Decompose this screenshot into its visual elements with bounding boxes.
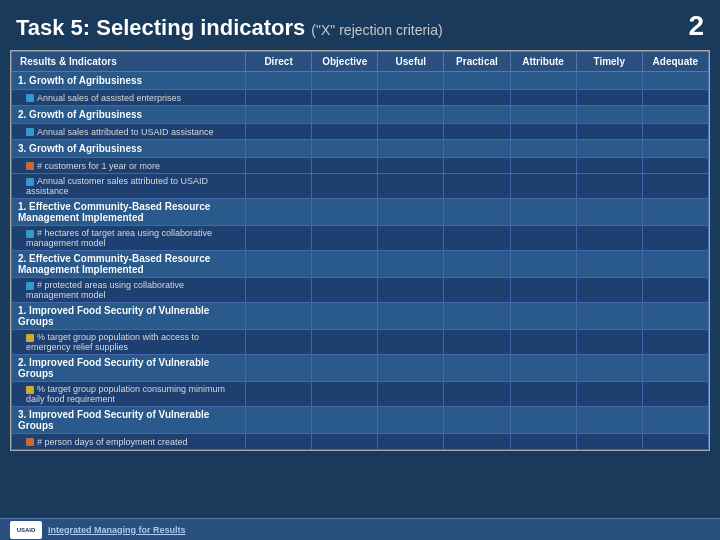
check-cell [576,90,642,106]
check-cell [510,382,576,407]
check-cell [378,330,444,355]
check-cell [378,199,444,226]
check-cell [312,251,378,278]
page-container: Task 5: Selecting indicators ("X" reject… [0,0,720,540]
check-cell [312,72,378,90]
table-row: 1. Improved Food Security of Vulnerable … [12,303,709,330]
check-cell [444,303,510,330]
table-row: # hectares of target area using collabor… [12,226,709,251]
check-cell [312,226,378,251]
check-cell [378,158,444,174]
check-cell [312,434,378,450]
table-row: # customers for 1 year or more [12,158,709,174]
check-cell [444,330,510,355]
check-cell [576,303,642,330]
adequate-cell [642,124,708,140]
check-cell [576,355,642,382]
table-row: Annual sales attributed to USAID assista… [12,124,709,140]
adequate-cell [642,382,708,407]
check-cell [510,251,576,278]
table-row: 1. Growth of Agribusiness [12,72,709,90]
adequate-cell [642,226,708,251]
check-cell [576,226,642,251]
col-header-practical: Practical [444,52,510,72]
check-cell [312,124,378,140]
header: Task 5: Selecting indicators ("X" reject… [0,0,720,46]
check-cell [312,106,378,124]
check-cell [444,124,510,140]
adequate-cell [642,72,708,90]
adequate-cell [642,355,708,382]
table-row: 1. Effective Community-Based Resource Ma… [12,199,709,226]
check-cell [576,278,642,303]
check-cell [312,330,378,355]
check-cell [576,174,642,199]
check-cell [312,355,378,382]
check-cell [576,199,642,226]
col-header-results: Results & Indicators [12,52,246,72]
check-cell [246,90,312,106]
table-row: Annual customer sales attributed to USAI… [12,174,709,199]
check-cell [510,106,576,124]
check-cell [246,226,312,251]
check-cell [576,158,642,174]
check-cell [246,140,312,158]
check-cell [510,303,576,330]
check-cell [312,90,378,106]
check-cell [510,434,576,450]
check-cell [378,278,444,303]
check-cell [312,407,378,434]
check-cell [312,199,378,226]
check-cell [444,278,510,303]
footer-link[interactable]: Integrated Managing for Results [48,525,186,535]
check-cell [378,434,444,450]
usaid-logo: USAID [10,521,42,539]
check-cell [378,124,444,140]
check-cell [246,278,312,303]
check-cell [378,355,444,382]
header-title: Task 5: Selecting indicators ("X" reject… [16,15,443,41]
check-cell [444,106,510,124]
check-cell [510,158,576,174]
check-cell [246,251,312,278]
check-cell [312,140,378,158]
adequate-cell [642,251,708,278]
check-cell [378,106,444,124]
col-header-adequate: Adequate [642,52,708,72]
check-cell [576,106,642,124]
check-cell [444,434,510,450]
check-cell [378,140,444,158]
adequate-cell [642,174,708,199]
check-cell [510,72,576,90]
table-row: 3. Growth of Agribusiness [12,140,709,158]
table-row: 3. Improved Food Security of Vulnerable … [12,407,709,434]
check-cell [576,251,642,278]
check-cell [312,303,378,330]
check-cell [444,251,510,278]
check-cell [576,434,642,450]
col-header-timely: Timely [576,52,642,72]
check-cell [378,174,444,199]
check-cell [444,199,510,226]
subtitle-text: ("X" rejection criteria) [311,22,442,38]
check-cell [444,407,510,434]
table-row: # person days of employment created [12,434,709,450]
check-cell [312,382,378,407]
page-number: 2 [688,10,704,42]
check-cell [444,355,510,382]
check-cell [510,407,576,434]
indicators-table: Results & Indicators Direct Objective Us… [11,51,709,450]
title-text: Task 5: Selecting indicators [16,15,305,41]
check-cell [576,124,642,140]
check-cell [444,72,510,90]
check-cell [510,174,576,199]
adequate-cell [642,278,708,303]
check-cell [246,303,312,330]
check-cell [246,199,312,226]
check-cell [510,355,576,382]
check-cell [576,72,642,90]
table-row: 2. Growth of Agribusiness [12,106,709,124]
check-cell [246,124,312,140]
check-cell [444,226,510,251]
check-cell [510,226,576,251]
